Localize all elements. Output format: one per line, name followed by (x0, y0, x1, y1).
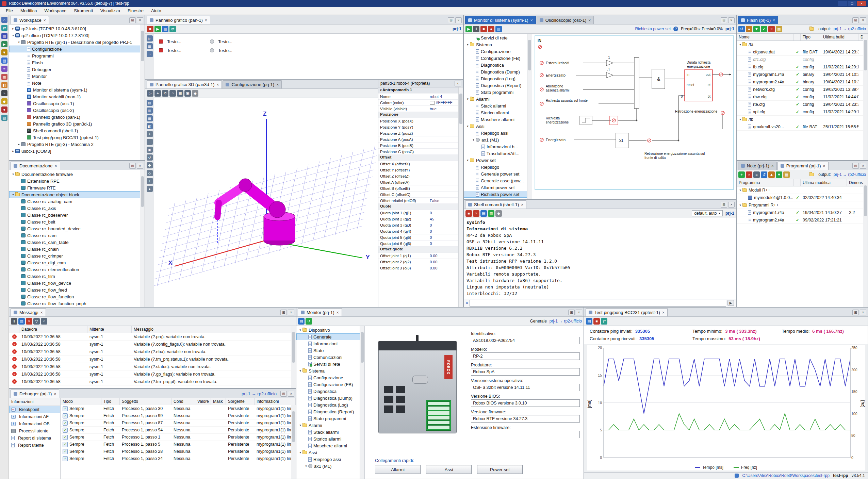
column-header[interactable]: Nome (737, 34, 794, 40)
tab-messages[interactable]: Messaggi × (11, 308, 46, 316)
field-value[interactable]: OSF a 32bit versione 14.11.11 (471, 384, 580, 391)
qmakeall-vs20...[interactable]: qmakeall-vs20... ✓ file BAT 25/11/2021 1… (737, 123, 868, 131)
tree-item[interactable]: Classe rc_chain (9, 246, 145, 252)
tree-item[interactable]: Configurazione (296, 374, 364, 381)
search-icon[interactable]: ○ (41, 318, 47, 325)
folder-icon[interactable]: ▦ (776, 26, 782, 32)
tree-item[interactable]: Monitor (9, 73, 145, 80)
view-front-icon[interactable]: ▥ (147, 108, 153, 114)
menu-item[interactable]: Strumenti (70, 7, 97, 14)
erase-icon[interactable]: × (768, 26, 775, 32)
expander-icon[interactable] (465, 125, 470, 128)
tree-item[interactable]: Stato programmi (296, 415, 364, 422)
expander-icon[interactable] (738, 188, 742, 192)
cfgsave.dat[interactable]: cfgsave.dat ✓ file DAT 19/04/2021 14:23:… (737, 48, 868, 56)
tab-system-monitor[interactable]: Monitor di sistema (sysm-1) × (465, 16, 536, 24)
copy-icon[interactable]: ▤ (480, 210, 487, 217)
property-row[interactable]: Posizione C (posC) (378, 149, 463, 155)
debug-icon[interactable]: ● (1, 106, 7, 113)
tree-item[interactable]: Richiesta power set (464, 191, 532, 198)
tree-item[interactable]: Progetto RTE (prj-1) - Descrizione del p… (9, 39, 145, 46)
tree-item[interactable]: Configurazione (FB) (464, 55, 532, 62)
tab-documentation[interactable]: Documentazione × (11, 162, 60, 170)
view-side-icon[interactable]: ▦ (147, 115, 153, 121)
tree-item[interactable]: Classe rc_cam (9, 232, 145, 239)
close-icon[interactable]: × (288, 310, 294, 315)
scrollbar[interactable] (291, 405, 296, 479)
tree-item[interactable]: Shell comandi (shell-1) (9, 127, 145, 134)
pin-icon[interactable]: ⊞ (852, 17, 859, 23)
grid-icon[interactable]: ▦ (147, 43, 153, 49)
close-icon[interactable]: × (771, 164, 774, 168)
property-row[interactable]: Quota joint 4 (qj4) 0 (378, 228, 463, 234)
xpl.cfg[interactable]: xpl.cfg ✓ config 11/02/2021 14:29:16 (737, 108, 868, 116)
home-icon[interactable]: ⌂ (1, 17, 7, 23)
property-row[interactable]: Posizione A (posA) (378, 136, 463, 143)
property-row[interactable]: Offset Y (offsetY) (378, 167, 463, 173)
close-icon[interactable]: × (521, 203, 523, 207)
pan-icon[interactable]: ✥ (147, 162, 153, 168)
report-icon[interactable]: ▤ (586, 318, 592, 325)
tree-item[interactable]: Classe rc_flow_function (9, 293, 145, 300)
close-icon[interactable]: × (137, 163, 143, 169)
tree-item[interactable]: Classe rc_flow_function_pnph (9, 300, 145, 307)
tree-item[interactable]: Generale asse (pow... (464, 177, 532, 184)
tree-item[interactable]: rp2-ufficio [TCP/IP 10.0.17.2:8100] (9, 32, 145, 39)
tree-item[interactable]: Estensione RPE (9, 178, 145, 184)
tree-item[interactable]: Pannello grafico (pan-1) (9, 114, 145, 120)
close-icon[interactable]: × (823, 164, 825, 168)
shell-output[interactable]: sysinfoInformazioni di sistemaRP-2 da Ro… (464, 218, 736, 299)
tree-item[interactable]: Firmware RTE (9, 184, 145, 191)
tree-item[interactable]: Storico allarmi (296, 435, 364, 442)
stop-icon[interactable]: ■ (147, 26, 153, 32)
tree-item[interactable]: Classe rc_bounded_device (9, 225, 145, 232)
settings-icon[interactable]: ◆ (192, 90, 198, 97)
tree-item[interactable]: Power set (464, 157, 532, 164)
property-value[interactable]: 0.00 (428, 260, 463, 264)
field-value[interactable] (471, 431, 580, 438)
save-all-icon[interactable]: ▥ (1, 33, 7, 39)
download-icon[interactable]: ▼ (1, 49, 7, 55)
tree-item[interactable]: Servizi di rete (464, 34, 532, 41)
tree-item[interactable]: Configurazione (464, 48, 532, 55)
tree-item[interactable]: rp2-loris [TCP/IP 10.0.45.3:8100] (9, 25, 145, 32)
/fa[interactable]: /fa (737, 41, 868, 48)
shell-mode-select[interactable]: default, auto▾ (692, 210, 723, 216)
property-row[interactable]: Quota joint 1 (qj1) 0 (378, 210, 463, 216)
property-row[interactable]: Quota joint 3 (qj3) 0 (378, 222, 463, 228)
Freq [hz][interactable]: Freq [hz] (734, 465, 757, 470)
expander-icon[interactable] (738, 43, 742, 46)
Moduli R++[interactable]: Moduli R++ (737, 186, 868, 194)
myprogram1.r4a[interactable]: myprogram1.r4a ✓ binary 19/04/2021 14:10… (737, 71, 868, 78)
network.cfg[interactable]: network.cfg ✓ config 19/02/2021 13:39:46 (737, 86, 868, 93)
scrollbar[interactable] (527, 34, 532, 199)
close-icon[interactable]: × (728, 202, 735, 208)
debugger-sidebar-item[interactable]: Report utente (9, 442, 60, 449)
menu-item[interactable]: Visualizza (97, 7, 124, 14)
build-icon[interactable]: ▲ (746, 26, 752, 32)
property-row[interactable]: Quota joint 6 (qj6) 0 (378, 241, 463, 247)
tree-item[interactable]: Assi (296, 449, 364, 456)
close-icon[interactable]: × (860, 163, 866, 169)
close-icon[interactable]: × (137, 17, 143, 23)
pin-icon[interactable]: ⊞ (721, 17, 727, 23)
tree-item[interactable]: Programmi (9, 52, 145, 59)
property-row[interactable]: Quote (378, 204, 463, 210)
menu-item[interactable]: Modifica (17, 7, 40, 14)
column-header[interactable] (794, 179, 801, 186)
scrollbar-thumb[interactable] (864, 185, 867, 216)
shell-icon[interactable]: » (1, 90, 7, 96)
rte.cfg[interactable]: rte.cfg ✓ config 19/04/2021 14:23:33 (737, 101, 868, 108)
refresh-icon[interactable]: ↺ (738, 26, 745, 32)
minimize-icon[interactable]: – (838, 1, 847, 6)
zoom-in-icon[interactable]: + (147, 131, 153, 137)
debugger-sidebar-item[interactable]: Report di sistema (9, 434, 60, 442)
property-row[interactable]: Posizione (378, 112, 463, 118)
tree-item[interactable]: Classe rc_crimper (9, 252, 145, 259)
tree-item[interactable]: Stack allarmi (296, 429, 364, 435)
scrollbar[interactable] (360, 326, 364, 479)
select-icon[interactable]: ▷ (147, 90, 153, 97)
property-value[interactable]: 0 (428, 242, 463, 246)
expander-icon[interactable] (11, 149, 15, 153)
tab-oscilloscope[interactable]: Oscilloscopio (osc-1) × (537, 16, 594, 24)
